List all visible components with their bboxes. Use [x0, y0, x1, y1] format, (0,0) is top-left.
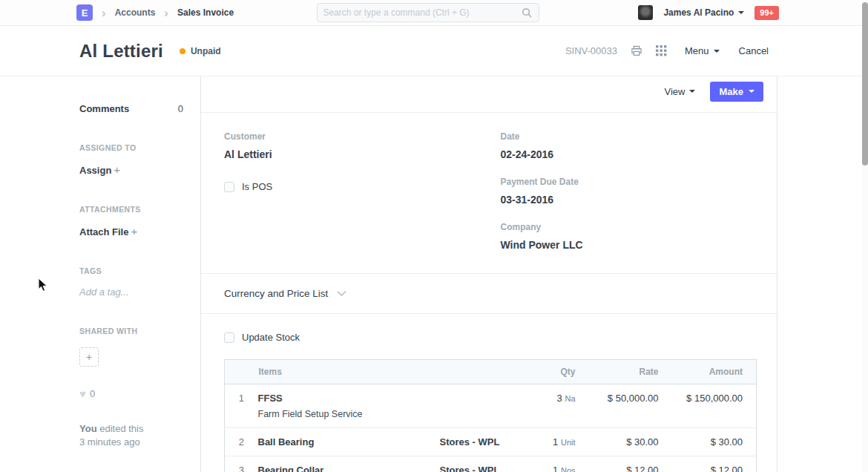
item-qty: 3 Na — [533, 384, 576, 428]
breadcrumb: E › Accounts › Sales Invoice — [76, 4, 317, 21]
chevron-down-icon — [749, 90, 754, 93]
company-value[interactable]: Wind Power LLC — [501, 239, 755, 251]
items-table-header: Items Qty Rate Amount — [225, 360, 757, 384]
add-share-button[interactable]: + — [79, 347, 99, 367]
plus-icon: + — [114, 163, 120, 176]
cancel-button[interactable]: Cancel — [739, 45, 769, 56]
make-button-label: Make — [719, 86, 743, 97]
item-rate: $ 30.00 — [576, 428, 659, 456]
qty-uom: Nos — [561, 466, 576, 472]
menu-button[interactable]: Menu — [685, 45, 720, 56]
user-name-label: James Al Pacino — [663, 7, 734, 18]
col-amount: Amount — [659, 360, 757, 384]
page-title: Al Lettieri — [79, 41, 163, 62]
form-sidebar: Comments 0 ASSIGNED TO Assign+ ATTACHMEN… — [79, 76, 200, 472]
table-row[interactable]: 3 Bearing Collar Stores - WPL 1 Nos $ 12… — [225, 456, 757, 472]
customer-label: Customer — [224, 131, 479, 142]
is-pos-checkbox[interactable] — [224, 182, 234, 192]
activity-entry: You edited this 3 minutes ago — [79, 422, 183, 448]
row-index: 3 — [225, 456, 258, 472]
update-stock-label: Update Stock — [242, 332, 300, 343]
customer-field[interactable]: Customer Al Lettieri — [224, 131, 479, 160]
assign-button[interactable]: Assign+ — [79, 163, 183, 176]
status-label: Unpaid — [191, 46, 221, 56]
item-warehouse: Stores - WPL — [440, 428, 533, 456]
item-code[interactable]: Bearing Collar — [258, 465, 440, 472]
qty-value: 3 — [557, 393, 562, 404]
is-pos-field[interactable]: Is POS — [224, 181, 479, 192]
chevron-down-icon — [689, 90, 695, 93]
heart-icon[interactable]: ♥ — [79, 387, 86, 400]
app-logo[interactable]: E — [76, 4, 93, 21]
col-idx — [225, 360, 258, 384]
date-label: Date — [501, 131, 755, 142]
tags-label: TAGS — [79, 266, 183, 275]
payment-due-date-value[interactable]: 03-31-2016 — [501, 194, 755, 206]
print-icon[interactable] — [631, 45, 642, 56]
comments-link[interactable]: Comments — [79, 103, 129, 114]
plus-icon: + — [131, 225, 137, 237]
activity-log: You edited this 3 minutes ago You create… — [79, 422, 183, 472]
company-label: Company — [501, 222, 755, 232]
assigned-to-label: ASSIGNED TO — [79, 143, 183, 152]
add-tag-input[interactable]: Add a tag... — [79, 286, 183, 298]
payment-due-date-field[interactable]: Payment Due Date 03-31-2016 — [501, 177, 755, 206]
form-toolbar: View Make — [201, 76, 777, 113]
item-qty: 1 Nos — [533, 456, 576, 472]
payment-due-date-label: Payment Due Date — [501, 177, 755, 187]
currency-price-list-section-toggle[interactable]: Currency and Price List — [201, 274, 777, 314]
row-index: 2 — [225, 428, 258, 456]
scrollbar-thumb[interactable] — [862, 2, 868, 165]
app-logo-letter: E — [82, 7, 88, 19]
item-qty: 1 Unit — [533, 428, 576, 456]
item-code[interactable]: Ball Bearing — [258, 436, 440, 448]
company-field[interactable]: Company Wind Power LLC — [501, 222, 755, 251]
is-pos-label: Is POS — [242, 181, 272, 192]
breadcrumb-accounts[interactable]: Accounts — [115, 7, 156, 18]
item-rate: $ 12.00 — [576, 456, 659, 472]
chevron-down-icon — [714, 50, 720, 53]
item-rate: $ 50,000.00 — [576, 384, 659, 428]
item-warehouse — [440, 384, 533, 428]
table-row[interactable]: 1 FFSS Farm Field Setup Service 3 Na $ 5… — [225, 384, 757, 428]
col-rate: Rate — [576, 360, 659, 384]
customer-value[interactable]: Al Lettieri — [224, 148, 479, 160]
grid-view-icon[interactable] — [656, 45, 667, 56]
item-amount: $ 150,000.00 — [659, 384, 757, 428]
page-scrollbar[interactable] — [862, 0, 868, 472]
user-menu[interactable]: James Al Pacino — [663, 7, 744, 18]
global-search[interactable] — [317, 3, 539, 22]
table-row[interactable]: 2 Ball Bearing Stores - WPL 1 Unit $ 30.… — [225, 428, 757, 456]
invoice-details-section: Customer Al Lettieri Is POS Date 02-24-2… — [201, 113, 777, 274]
item-code[interactable]: FFSS — [258, 393, 440, 404]
qty-uom: Unit — [561, 438, 576, 447]
item-amount: $ 30.00 — [659, 428, 757, 456]
likes-count: 0 — [90, 388, 95, 399]
row-index: 1 — [225, 384, 258, 428]
attachments-label: ATTACHMENTS — [79, 205, 183, 214]
make-button[interactable]: Make — [710, 82, 763, 102]
date-value[interactable]: 02-24-2016 — [501, 148, 755, 160]
breadcrumb-sales-invoice[interactable]: Sales Invoice — [177, 7, 234, 18]
update-stock-checkbox[interactable] — [224, 332, 234, 343]
item-description: Farm Field Setup Service — [258, 409, 440, 419]
item-amount: $ 12.00 — [659, 456, 757, 472]
attach-file-button[interactable]: Attach File+ — [79, 225, 183, 237]
user-avatar[interactable] — [638, 5, 653, 20]
shared-with-label: SHARED WITH — [79, 327, 183, 335]
document-name: SINV-00033 — [565, 45, 617, 56]
activity-action: edited this — [99, 423, 143, 434]
view-button-label: View — [665, 86, 685, 97]
comments-count: 0 — [178, 103, 183, 114]
search-input[interactable] — [323, 7, 522, 18]
form-layout: View Make Customer Al Lettieri Is POS — [200, 76, 777, 472]
view-button[interactable]: View — [665, 86, 696, 97]
chevron-right-icon: › — [164, 7, 168, 19]
assign-button-label: Assign — [79, 165, 111, 176]
col-items: Items — [258, 360, 440, 384]
col-warehouse — [440, 360, 533, 384]
menu-button-label: Menu — [685, 45, 709, 56]
date-field[interactable]: Date 02-24-2016 — [501, 131, 755, 160]
update-stock-field[interactable]: Update Stock — [224, 332, 754, 343]
notifications-badge[interactable]: 99+ — [754, 6, 779, 20]
